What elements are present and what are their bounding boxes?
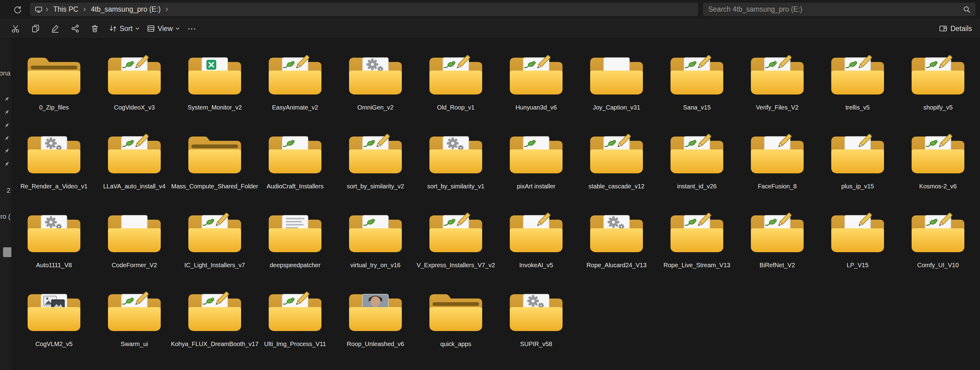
details-pane-button[interactable]: Details bbox=[936, 22, 975, 35]
folder-item[interactable]: pixArt installer bbox=[496, 132, 576, 211]
folder-name: quick_apps bbox=[440, 340, 471, 348]
folder-item[interactable]: LP_V15 bbox=[818, 211, 898, 289]
folder-item[interactable]: Old_Roop_v1 bbox=[415, 53, 496, 132]
folder-name: pixArt installer bbox=[517, 183, 555, 190]
refresh-button[interactable] bbox=[11, 3, 24, 16]
folder-item[interactable]: Comfy_UI_V10 bbox=[898, 211, 978, 289]
folder-item[interactable]: Rope_Alucard24_V13 bbox=[576, 211, 657, 289]
folder-item[interactable]: sort_by_similarity_v2 bbox=[335, 132, 415, 211]
sidebar-item-label-fragment[interactable]: sona bbox=[0, 69, 10, 77]
folder-icon bbox=[23, 53, 85, 99]
refresh-icon bbox=[13, 5, 22, 14]
this-pc-icon bbox=[35, 6, 43, 13]
folder-icon bbox=[23, 132, 85, 178]
folder-item[interactable]: Sana_v15 bbox=[657, 53, 737, 132]
folder-item[interactable]: CogVLM2_v5 bbox=[14, 289, 94, 368]
view-button[interactable]: View bbox=[143, 22, 184, 35]
breadcrumb-drive[interactable]: 4tb_samsung_pro (E:) bbox=[89, 5, 162, 14]
folder-item[interactable]: LLaVA_auto_install_v4 bbox=[94, 132, 175, 211]
folder-item[interactable]: Hunyuan3d_v6 bbox=[496, 53, 576, 132]
folder-name: stable_cascade_v12 bbox=[589, 183, 644, 190]
folder-icon bbox=[827, 211, 888, 257]
share-button[interactable] bbox=[69, 22, 81, 35]
folder-name: deepspeedpatcher bbox=[270, 262, 321, 269]
delete-button[interactable] bbox=[89, 22, 101, 35]
folder-icon bbox=[425, 289, 487, 336]
folder-icon bbox=[23, 289, 85, 336]
folder-icon bbox=[184, 211, 245, 257]
folder-item[interactable]: CogVideoX_v3 bbox=[94, 53, 175, 132]
folder-item[interactable]: trellis_v5 bbox=[818, 53, 898, 132]
folder-item[interactable]: IC_Light_Installers_v7 bbox=[175, 211, 255, 289]
folder-icon bbox=[907, 53, 969, 99]
folder-item[interactable]: CodeFormer_V2 bbox=[94, 211, 175, 289]
folder-item[interactable]: sort_by_similarity_v1 bbox=[415, 132, 496, 211]
search-box[interactable] bbox=[703, 3, 975, 16]
folder-name: Hunyuan3d_v6 bbox=[515, 104, 557, 111]
folder-item[interactable]: SUPIR_v58 bbox=[496, 289, 576, 368]
pin-icon bbox=[4, 148, 10, 154]
folder-item[interactable]: OmniGen_v2 bbox=[335, 53, 415, 132]
more-options-button[interactable]: ⋯ bbox=[185, 22, 199, 35]
folder-name: Roop_Unleashed_v6 bbox=[347, 340, 404, 348]
folder-item[interactable]: quick_apps bbox=[415, 289, 496, 368]
folder-name: Auto1111_V8 bbox=[36, 262, 72, 269]
folder-item[interactable]: Re_Render_a_Video_v1 bbox=[14, 132, 94, 211]
rename-button[interactable] bbox=[49, 22, 61, 35]
folder-icon bbox=[746, 53, 808, 99]
folder-name: LLaVA_auto_install_v4 bbox=[103, 183, 165, 190]
folder-item[interactable]: BiRefNet_V2 bbox=[737, 211, 818, 289]
sort-button[interactable]: Sort bbox=[105, 22, 143, 35]
copy-button[interactable] bbox=[29, 22, 42, 35]
folder-item[interactable]: Auto1111_V8 bbox=[14, 211, 94, 289]
folder-name: CogVideoX_v3 bbox=[114, 104, 154, 111]
folder-item[interactable]: Swarm_ui bbox=[94, 289, 175, 368]
search-input[interactable] bbox=[708, 5, 963, 14]
folder-item[interactable]: AudioCraft_Installers bbox=[255, 132, 335, 211]
folder-item[interactable]: Verify_Files_V2 bbox=[737, 53, 818, 132]
folder-item[interactable]: Roop_Unleashed_v6 bbox=[335, 289, 415, 368]
folder-name: Comfy_UI_V10 bbox=[917, 262, 959, 269]
sidebar-item-label-fragment[interactable]: 2 bbox=[7, 187, 10, 195]
sidebar-item-label-fragment[interactable]: ro ( bbox=[0, 213, 10, 220]
folder-item[interactable]: instant_id_v26 bbox=[657, 132, 737, 211]
address-bar[interactable]: › This PC › 4tb_samsung_pro (E:) › bbox=[30, 3, 698, 16]
folder-name: Ulti_Img_Process_V11 bbox=[264, 340, 326, 348]
folder-item[interactable]: Kohya_FLUX_DreamBooth_v17 bbox=[175, 289, 255, 368]
cut-button[interactable] bbox=[10, 22, 22, 35]
chevron-down-icon bbox=[175, 26, 180, 31]
folder-item[interactable]: Joy_Caption_v31 bbox=[576, 53, 657, 132]
folder-item[interactable]: FaceFusion_8 bbox=[737, 132, 818, 211]
selected-drive-item-fragment[interactable] bbox=[3, 247, 11, 257]
pin-icon bbox=[4, 110, 10, 115]
folder-name: IC_Light_Installers_v7 bbox=[185, 262, 245, 269]
folder-item[interactable]: deepspeedpatcher bbox=[255, 211, 335, 289]
folder-item[interactable]: V_Express_Installers_V7_v2 bbox=[415, 211, 496, 289]
folder-icon bbox=[184, 289, 245, 336]
navigation-pane-sliver[interactable]: sona 2 ro ( bbox=[0, 39, 11, 370]
folder-icon bbox=[746, 132, 808, 178]
folder-name: shopify_v5 bbox=[923, 104, 953, 111]
folder-icon bbox=[104, 211, 165, 257]
folder-name: Joy_Caption_v31 bbox=[593, 104, 640, 111]
folder-name: FaceFusion_8 bbox=[758, 183, 797, 190]
folder-item[interactable]: Mass_Compute_Shared_Folder bbox=[175, 132, 255, 211]
trash-icon bbox=[90, 24, 99, 33]
pin-icon bbox=[4, 161, 10, 167]
folder-item[interactable]: 0_Zip_files bbox=[14, 53, 94, 132]
breadcrumb-this-pc[interactable]: This PC bbox=[51, 5, 80, 14]
folder-item[interactable]: System_Monitor_v2 bbox=[175, 53, 255, 132]
breadcrumb-chevron-icon: › bbox=[45, 5, 49, 13]
folder-name: System_Monitor_v2 bbox=[188, 104, 242, 111]
folder-item[interactable]: virtual_try_on_v16 bbox=[335, 211, 415, 289]
folder-icon bbox=[264, 132, 326, 178]
folder-item[interactable]: InvokeAI_v5 bbox=[496, 211, 576, 289]
folder-item[interactable]: shopify_v5 bbox=[898, 53, 978, 132]
folder-item[interactable]: Ulti_Img_Process_V11 bbox=[255, 289, 335, 368]
folder-item[interactable]: EasyAnimate_v2 bbox=[255, 53, 335, 132]
folder-item[interactable]: Kosmos-2_v6 bbox=[898, 132, 978, 211]
folder-item[interactable]: stable_cascade_v12 bbox=[576, 132, 657, 211]
folder-item[interactable]: plus_ip_v15 bbox=[818, 132, 898, 211]
folder-item[interactable]: Rope_Live_Stream_V13 bbox=[657, 211, 737, 289]
folder-name: Old_Roop_v1 bbox=[437, 104, 474, 111]
